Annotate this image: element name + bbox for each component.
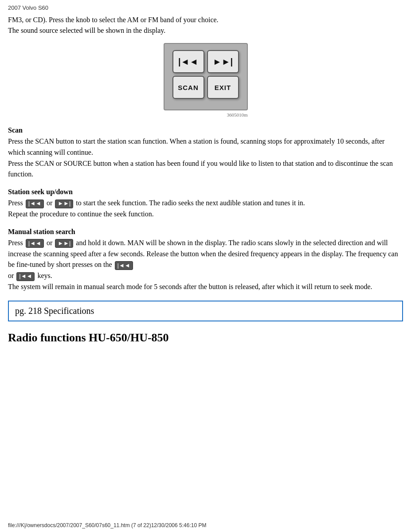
scan-label: SCAN <box>178 84 199 91</box>
top-button-row: |◄◄ ►►| <box>172 50 239 73</box>
scan-section-title: Scan <box>8 126 403 134</box>
title-bar: 2007 Volvo S60 <box>8 4 403 11</box>
next-track-button: ►►| <box>207 50 239 73</box>
prev-track-icon: |◄◄ <box>178 57 198 67</box>
station-seek-body: Press |◄◄ or ►►| to start the seek funct… <box>8 198 403 220</box>
manual-search-section: Manual station search Press |◄◄ or ►►| a… <box>8 228 403 293</box>
link-box-text: pg. 218 Specifications <box>15 306 94 316</box>
prev-track-button: |◄◄ <box>172 50 204 73</box>
manual-search-title: Manual station search <box>8 228 403 236</box>
station-seek-para-2: Repeat the procedure to continue the see… <box>8 209 403 220</box>
seek-next-button-inline: ►►| <box>55 200 73 208</box>
exit-label: EXIT <box>215 84 231 91</box>
manual-search-body: Press |◄◄ or ►►| and hold it down. MAN w… <box>8 238 403 293</box>
manual-search-para-3: The system will remain in manual search … <box>8 282 403 293</box>
page-heading: Radio functions HU-650/HU-850 <box>8 331 403 344</box>
intro-paragraph: FM3, or CD). Press the knob to select th… <box>8 15 403 36</box>
radio-button-panel: |◄◄ ►►| SCAN EXIT <box>164 43 248 110</box>
exit-button: EXIT <box>207 76 239 99</box>
next-track-icon: ►►| <box>213 57 233 67</box>
intro-text-2: The sound source selected will be shown … <box>8 27 165 34</box>
scan-button: SCAN <box>172 76 204 99</box>
freq-next-button-inline: |◄◄ <box>16 272 35 281</box>
freq-prev-button-inline: |◄◄ <box>115 261 133 270</box>
manual-search-para-2: or |◄◄ keys. <box>8 270 403 282</box>
seek-prev-button-inline: |◄◄ <box>26 200 44 208</box>
station-seek-para-1: Press |◄◄ or ►►| to start the seek funct… <box>8 198 403 209</box>
scan-section-body: Press the SCAN button to start the stati… <box>8 136 403 180</box>
manual-search-para-1: Press |◄◄ or ►►| and hold it down. MAN w… <box>8 238 403 270</box>
scan-para-2: Press the SCAN or SOURCE button when a s… <box>8 158 403 180</box>
bottom-button-row: SCAN EXIT <box>172 76 239 99</box>
station-seek-section: Station seek up/down Press |◄◄ or ►►| to… <box>8 188 403 220</box>
button-panel-image: |◄◄ ►►| SCAN EXIT 3605010m <box>8 43 403 117</box>
scan-section: Scan Press the SCAN button to start the … <box>8 126 403 180</box>
link-box[interactable]: pg. 218 Specifications <box>8 301 403 321</box>
manual-prev-button-inline: |◄◄ <box>26 239 44 248</box>
intro-text-1: FM3, or CD). Press the knob to select th… <box>8 16 219 23</box>
image-caption: 3605010m <box>164 112 248 117</box>
manual-next-button-inline: ►►| <box>55 239 73 248</box>
scan-para-1: Press the SCAN button to start the stati… <box>8 136 403 158</box>
station-seek-title: Station seek up/down <box>8 188 403 196</box>
footer-text: file:///K|/ownersdocs/2007/2007_S60/07s6… <box>8 522 206 528</box>
